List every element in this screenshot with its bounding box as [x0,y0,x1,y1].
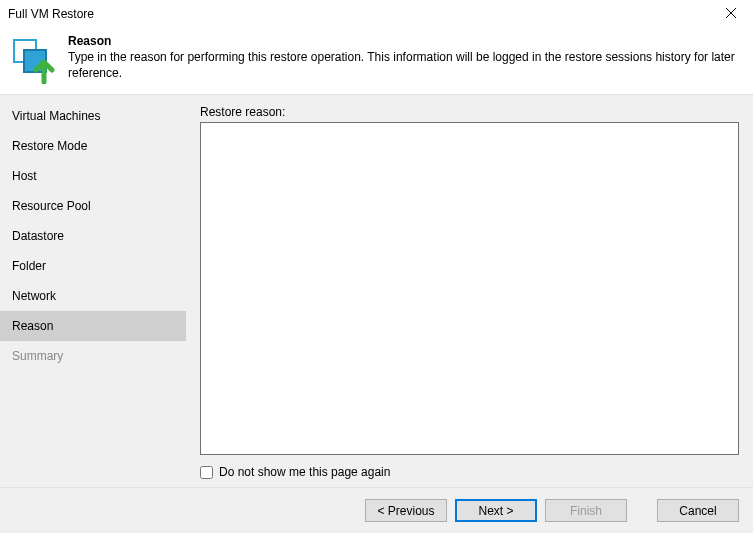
dont-show-again-checkbox[interactable] [200,466,213,479]
finish-button: Finish [545,499,627,522]
cancel-button[interactable]: Cancel [657,499,739,522]
wizard-header-text: Reason Type in the reason for performing… [68,34,743,81]
next-button[interactable]: Next > [455,499,537,522]
sidebar-item-datastore[interactable]: Datastore [0,221,186,251]
reason-input[interactable] [200,122,739,455]
titlebar: Full VM Restore [0,0,753,28]
sidebar-item-virtual-machines[interactable]: Virtual Machines [0,101,186,131]
close-icon [726,7,736,21]
wizard-header: Reason Type in the reason for performing… [0,28,753,94]
restore-vm-icon [10,36,58,84]
sidebar-item-network[interactable]: Network [0,281,186,311]
wizard-heading: Reason [68,34,743,48]
wizard-sidebar: Virtual Machines Restore Mode Host Resou… [0,95,186,487]
sidebar-item-folder[interactable]: Folder [0,251,186,281]
sidebar-item-reason[interactable]: Reason [0,311,186,341]
dont-show-again-label: Do not show me this page again [219,465,390,479]
reason-label: Restore reason: [200,105,739,119]
previous-button[interactable]: < Previous [365,499,447,522]
window-title: Full VM Restore [8,7,94,21]
dont-show-again-row[interactable]: Do not show me this page again [200,465,739,479]
wizard-description: Type in the reason for performing this r… [68,50,743,81]
sidebar-item-resource-pool[interactable]: Resource Pool [0,191,186,221]
wizard-body: Virtual Machines Restore Mode Host Resou… [0,94,753,487]
wizard-main: Restore reason: Do not show me this page… [186,95,753,487]
sidebar-item-restore-mode[interactable]: Restore Mode [0,131,186,161]
sidebar-item-host[interactable]: Host [0,161,186,191]
sidebar-item-summary: Summary [0,341,186,371]
wizard-footer: < Previous Next > Finish Cancel [0,487,753,533]
close-button[interactable] [717,0,745,28]
